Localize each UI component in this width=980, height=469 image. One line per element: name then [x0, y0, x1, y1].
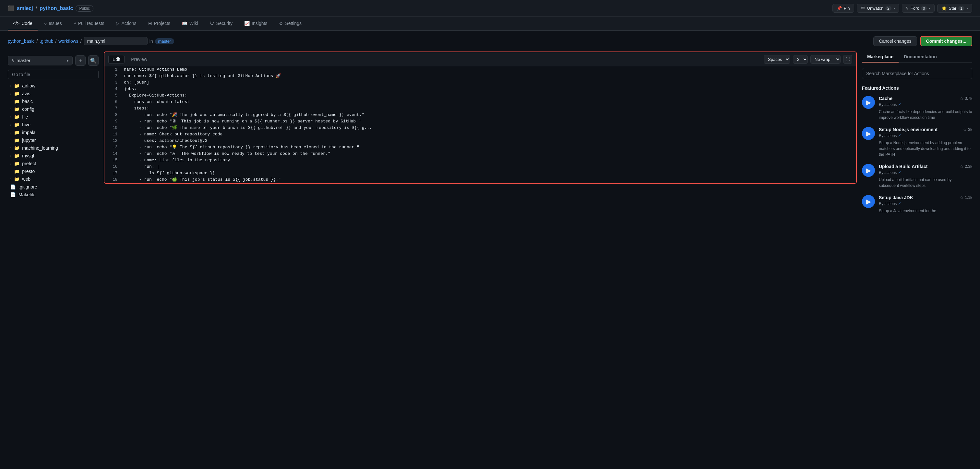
star-count: 1 — [958, 6, 964, 11]
fork-label: Fork — [911, 6, 919, 11]
line-number: 14 — [104, 151, 121, 157]
action-card-cache[interactable]: ▶ Cache ☆ 3.7k By actions ✓ Cache artifa… — [862, 96, 972, 120]
action-card-upload-artifact[interactable]: ▶ Upload a Build Artifact ☆ 2.3k By acti… — [862, 164, 972, 189]
folder-icon: 📁 — [14, 106, 19, 112]
nav-item-security[interactable]: 🛡 Security — [205, 17, 238, 30]
line-content[interactable]: - run: echo "🌿 The name of your branch i… — [121, 125, 856, 131]
line-content[interactable]: - run: echo "🍏 This job's status is ${{ … — [121, 176, 856, 183]
fullscreen-button[interactable]: ⛶ — [843, 55, 852, 64]
action-header: Setup Node.js environment ☆ 3k — [879, 127, 972, 132]
line-content[interactable]: - run: echo "💡 The ${{ github.repository… — [121, 144, 856, 151]
action-by: By actions ✓ — [879, 170, 972, 175]
line-number: 10 — [104, 125, 121, 131]
chevron-icon: › — [10, 84, 11, 88]
edit-tab[interactable]: Edit — [108, 55, 124, 63]
tree-item-config[interactable]: ›📁config — [8, 105, 99, 113]
in-label: in — [150, 38, 153, 44]
nav-item-issues[interactable]: ○ Issues — [39, 17, 67, 30]
action-desc: Cache artifacts like dependencies and bu… — [879, 109, 972, 120]
folder-icon: 📁 — [14, 114, 19, 119]
nav-item-settings[interactable]: ⚙ Settings — [274, 17, 307, 30]
line-content[interactable]: - run: echo "🖥 This job is now running o… — [121, 118, 856, 125]
tree-item-basic[interactable]: ›📁basic — [8, 98, 99, 105]
nav-item-projects[interactable]: ⊞ Projects — [143, 17, 176, 30]
filename-input[interactable] — [84, 37, 148, 45]
marketplace-search-input[interactable] — [862, 68, 972, 79]
breadcrumb-path1-link[interactable]: .github — [40, 38, 53, 44]
tree-item-web[interactable]: ›📁web — [8, 175, 99, 183]
nav-item-pull-requests[interactable]: ⑂ Pull requests — [68, 17, 110, 30]
nav-item-actions[interactable]: ▷ Actions — [111, 17, 142, 30]
star-icon: ☆ — [960, 96, 964, 101]
fork-button[interactable]: ⑂ Fork 0 ▾ — [902, 4, 935, 13]
action-header: Upload a Build Artifact ☆ 2.3k — [879, 164, 972, 169]
projects-nav-icon: ⊞ — [148, 21, 152, 26]
line-content[interactable]: ls ${{ github.workspace }} — [121, 170, 856, 176]
cancel-button[interactable]: Cancel changes — [873, 36, 917, 46]
commit-button[interactable]: Commit changes... — [920, 36, 972, 46]
line-content[interactable]: - run: echo "🖨 The workflow is now ready… — [121, 151, 856, 157]
tree-item-impala[interactable]: ›📁impala — [8, 128, 99, 136]
tree-item-hive[interactable]: ›📁hive — [8, 121, 99, 128]
repo-owner-link[interactable]: smiecj — [17, 5, 33, 11]
code-line: 17 ls ${{ github.workspace }} — [104, 170, 856, 176]
nav-item-wiki[interactable]: 📖 Wiki — [177, 17, 203, 30]
line-content[interactable]: uses: actions/checkout@v3 — [121, 138, 856, 144]
folder-icon: 📁 — [14, 122, 19, 127]
tree-item-presto[interactable]: ›📁presto — [8, 168, 99, 175]
preview-tab[interactable]: Preview — [127, 55, 151, 63]
line-content[interactable]: runs-on: ubuntu-latest — [121, 99, 856, 105]
documentation-tab[interactable]: Documentation — [899, 52, 942, 62]
marketplace-tab[interactable]: Marketplace — [862, 52, 899, 62]
line-content[interactable]: jobs: — [121, 86, 856, 92]
search-file-button[interactable]: 🔍 — [88, 55, 99, 66]
branch-selector[interactable]: ⑂ master ▾ — [8, 56, 73, 65]
chevron-icon: › — [10, 154, 11, 158]
code-line: 6 runs-on: ubuntu-latest — [104, 99, 856, 105]
tree-item-mysql[interactable]: ›📁mysql — [8, 152, 99, 160]
tree-item-makefile[interactable]: 📄Makefile — [8, 191, 99, 198]
wiki-nav-icon: 📖 — [182, 21, 188, 26]
line-content[interactable]: name: GitHub Actions Demo — [121, 67, 856, 73]
tree-item-label: jupyter — [22, 138, 36, 143]
verified-badge: ✓ — [898, 170, 901, 175]
tree-item-gitignore[interactable]: 📄.gitignore — [8, 183, 99, 191]
star-dropdown-icon: ▾ — [966, 6, 968, 10]
tree-item-airflow[interactable]: ›📁airflow — [8, 82, 99, 90]
star-button[interactable]: ⭐ Star 1 ▾ — [937, 4, 972, 13]
line-content[interactable]: run-name: ${{ github.actor }} is testing… — [121, 73, 856, 79]
line-content[interactable]: - name: List files in the repository — [121, 157, 856, 163]
action-card-setup-nodejs[interactable]: ▶ Setup Node.js environment ☆ 3k By acti… — [862, 127, 972, 157]
line-content[interactable]: - name: Check out repository code — [121, 131, 856, 138]
tree-item-jupyter[interactable]: ›📁jupyter — [8, 136, 99, 144]
wrap-select[interactable]: No wrap Soft wrap — [810, 55, 840, 64]
editor-area: Edit Preview Spaces Tabs 2 4 8 No wrap S… — [104, 52, 857, 220]
nav-item-code[interactable]: </> Code — [8, 17, 38, 30]
action-card-setup-java[interactable]: ▶ Setup Java JDK ☆ 1.1k By actions ✓ Set… — [862, 195, 972, 214]
tree-item-file[interactable]: ›📁file — [8, 113, 99, 121]
action-info: Upload a Build Artifact ☆ 2.3k By action… — [879, 164, 972, 189]
line-content[interactable]: on: [push] — [121, 79, 856, 86]
code-editor[interactable]: 1name: GitHub Actions Demo2run-name: ${{… — [104, 67, 857, 184]
line-content[interactable]: - run: echo "🎉 The job was automatically… — [121, 112, 856, 118]
repo-name-link[interactable]: python_basic — [40, 5, 73, 11]
line-content[interactable]: run: | — [121, 163, 856, 170]
tree-item-prefect[interactable]: ›📁prefect — [8, 160, 99, 168]
line-content[interactable]: Explore-GitHub-Actions: — [121, 92, 856, 99]
indent-size-select[interactable]: 2 4 8 — [793, 55, 808, 64]
line-content[interactable]: steps: — [121, 105, 856, 112]
breadcrumb-path2-link[interactable]: workflows — [58, 38, 78, 44]
action-icon: ▶ — [862, 195, 875, 208]
nav-item-insights[interactable]: 📈 Insights — [239, 17, 272, 30]
indent-type-select[interactable]: Spaces Tabs — [764, 55, 790, 64]
add-file-button[interactable]: ＋ — [75, 55, 86, 66]
breadcrumb-repo-link[interactable]: python_basic — [8, 38, 35, 44]
marketplace-tabs: Marketplace Documentation — [862, 52, 972, 63]
unwatch-button[interactable]: 👁 Unwatch 2 ▾ — [857, 4, 899, 13]
pin-icon: 📌 — [837, 6, 842, 11]
search-input[interactable] — [8, 70, 99, 79]
tree-item-aws[interactable]: ›📁aws — [8, 90, 99, 98]
security-nav-icon: 🛡 — [210, 21, 214, 26]
tree-item-machine_learning[interactable]: ›📁machine_learning — [8, 144, 99, 152]
pin-button[interactable]: 📌 Pin — [832, 4, 854, 13]
